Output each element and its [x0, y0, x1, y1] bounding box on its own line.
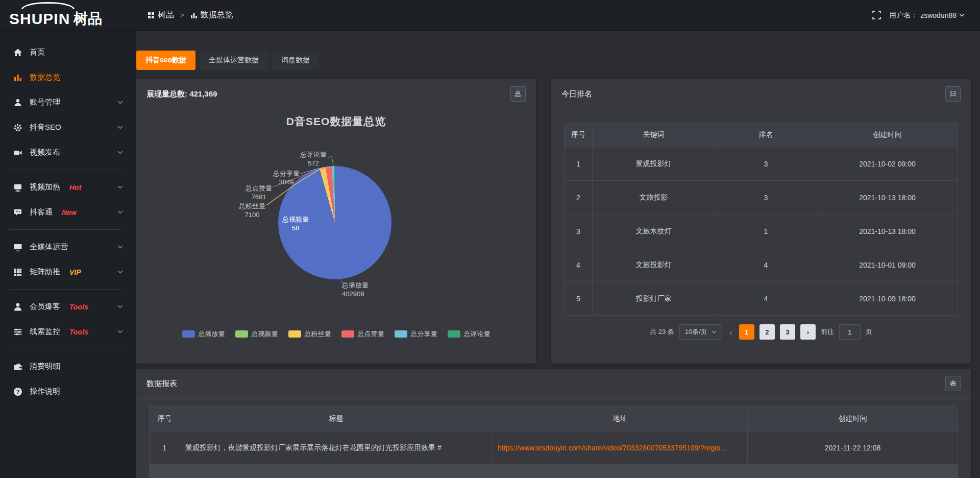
- chevron-down-icon: [117, 185, 123, 189]
- next-page-button[interactable]: ›: [800, 324, 816, 340]
- legend-item-comments[interactable]: 总评论量: [448, 329, 491, 339]
- chevron-down-icon: [712, 330, 717, 333]
- report-panel: 数据报表 表 序号 标题 地址 创建时间 1 景观投影灯，夜游景观投影灯厂家展示…: [136, 369, 971, 478]
- sidebar-item-omni-media[interactable]: 全媒体运营: [0, 234, 136, 259]
- page-button-2[interactable]: 2: [760, 324, 775, 340]
- bar-chart-icon: [13, 73, 23, 82]
- goto-page-input[interactable]: [839, 324, 861, 340]
- report-title: 数据报表: [146, 379, 177, 389]
- table-row: 1 景观投影灯，夜游景观投影灯厂家展示展示落花灯在花园里的灯光投影应用效果 # …: [150, 432, 958, 464]
- tools-badge: Tools: [69, 328, 88, 336]
- breadcrumb-item-home[interactable]: 树品: [148, 10, 174, 20]
- chevron-down-icon: [117, 270, 123, 274]
- sidebar-item-label: 矩阵助推: [30, 267, 60, 277]
- fullscreen-icon[interactable]: [872, 11, 881, 19]
- chevron-down-icon: [117, 210, 123, 214]
- sidebar-divider: [9, 289, 121, 290]
- legend-item-fans[interactable]: 总粉丝量: [288, 329, 331, 339]
- page-button-1[interactable]: 1: [739, 324, 754, 340]
- svg-text:?: ?: [16, 389, 20, 395]
- chevron-down-icon: [117, 305, 123, 308]
- header-right: 用户名： zswodun88: [872, 11, 965, 20]
- sidebar-item-account[interactable]: 账号管理: [0, 90, 136, 115]
- chart-panel: 展现量总数: 421,369 总 D音SEO数据量总览 总评论量 572: [136, 79, 536, 364]
- breadcrumb-item-overview[interactable]: 数据总览: [190, 10, 233, 20]
- total-count: 共 23 条: [650, 327, 674, 337]
- ranking-table: 序号 关键词 排名 创建时间 1 景观投影灯 3 2021-10-02 09:0…: [564, 123, 958, 316]
- impressions-total: 展现量总数: 421,369: [146, 89, 217, 99]
- video-camera-icon: [13, 148, 23, 157]
- sidebar-item-label: 全媒体运营: [30, 242, 68, 252]
- tools-badge: Tools: [69, 303, 88, 311]
- page-size-select[interactable]: 10条/页: [679, 324, 722, 340]
- sidebar-item-lead-monitor[interactable]: 线索监控 Tools: [0, 319, 136, 344]
- page-button-3[interactable]: 3: [780, 324, 795, 340]
- logo: SHUPIN 树品: [0, 0, 136, 30]
- top-header: SHUPIN 树品 树品 >: [0, 0, 980, 31]
- table-row: 4 文旅投影灯 4 2021-10-01 09:00: [565, 248, 958, 281]
- vip-badge: VIP: [69, 268, 81, 276]
- report-panel-header: 数据报表 表: [136, 369, 971, 399]
- sidebar-item-label: 抖音SEO: [30, 123, 61, 132]
- legend-item-plays[interactable]: 总播放量: [182, 329, 225, 339]
- legend-swatch: [288, 330, 301, 338]
- total-toggle-button[interactable]: 总: [510, 86, 526, 102]
- grid-icon: [13, 268, 23, 277]
- table-toggle-button[interactable]: 表: [945, 376, 961, 391]
- breadcrumb-label: 树品: [158, 10, 174, 20]
- sidebar-item-douyin-seo[interactable]: 抖音SEO: [0, 115, 136, 140]
- appstore-icon: [148, 12, 155, 19]
- legend-swatch: [395, 330, 407, 338]
- sidebar-item-instructions[interactable]: ? 操作说明: [0, 379, 136, 404]
- pie-chart-area: D音SEO数据量总览 总评论量 572 总分享量 3049: [136, 109, 536, 363]
- chevron-down-icon: [959, 13, 965, 17]
- sidebar-item-label: 线索监控: [30, 327, 60, 337]
- sidebar-item-member-burst[interactable]: 会员爆客 Tools: [0, 294, 136, 319]
- sidebar-item-label: 抖客通: [30, 207, 53, 217]
- ranking-table-header: 序号 关键词 排名 创建时间: [565, 123, 958, 147]
- legend-item-shares[interactable]: 总分享量: [395, 329, 437, 339]
- gear-icon: [13, 123, 23, 132]
- main-content: 抖音seo数据 全媒体运营数据 询盘数据 展现量总数: 421,369 总 D音…: [136, 31, 980, 478]
- sidebar-item-video-heat[interactable]: 视频加热 Hot: [0, 175, 136, 200]
- chart-legend: 总播放量 总视频量 总粉丝量 总点赞量: [136, 329, 536, 339]
- tab-omni-media-data[interactable]: 全媒体运营数据: [200, 51, 268, 70]
- sidebar-divider: [9, 170, 121, 170]
- breadcrumb: 树品 > 数据总览: [148, 10, 233, 20]
- bar-chart-icon: [190, 12, 198, 19]
- sidebar-item-label: 操作说明: [30, 387, 60, 396]
- legend-swatch: [182, 330, 195, 338]
- report-table-header: 序号 标题 地址 创建时间: [150, 406, 958, 432]
- sidebar-item-consumption[interactable]: 消费明细: [0, 354, 136, 379]
- user-menu[interactable]: 用户名： zswodun88: [889, 11, 965, 20]
- ranking-title: 今日排名: [561, 89, 592, 99]
- legend-swatch: [448, 330, 460, 338]
- app-root: SHUPIN 树品 树品 >: [0, 0, 980, 478]
- table-row-partial: [150, 464, 958, 478]
- ranking-panel: 今日排名 日 序号 关键词 排名 创建时间 1 景观投影灯 3 2021-10-…: [551, 79, 971, 364]
- pie-label-comments: 总评论量 572: [300, 150, 327, 168]
- prev-page-button[interactable]: ‹: [727, 328, 734, 337]
- table-row: 5 投影灯厂家 4 2021-10-09 18:00: [565, 281, 958, 315]
- table-row: 2 文旅投影 3 2021-10-13 18:00: [565, 180, 958, 214]
- video-link[interactable]: https://www.iesdouyin.com/share/video/70…: [493, 432, 748, 464]
- daily-toggle-button[interactable]: 日: [945, 86, 961, 102]
- legend-item-likes[interactable]: 总点赞量: [341, 329, 384, 339]
- username-value: zswodun88: [920, 11, 957, 19]
- legend-item-videos[interactable]: 总视频量: [235, 329, 278, 339]
- video-title: 景观投影灯，夜游景观投影灯厂家展示展示落花灯在花园里的灯光投影应用效果 #: [180, 432, 493, 464]
- data-source-tabs: 抖音seo数据 全媒体运营数据 询盘数据: [136, 51, 319, 70]
- sidebar-item-video-publish[interactable]: 视频发布: [0, 140, 136, 165]
- sidebar-item-matrix-boost[interactable]: 矩阵助推 VIP: [0, 259, 136, 284]
- ranking-panel-header: 今日排名 日: [551, 79, 971, 109]
- pie-label-plays: 总播放量 402909: [342, 281, 369, 298]
- sidebar-item-data-overview[interactable]: 数据总览: [0, 65, 136, 90]
- sidebar-divider: [9, 349, 121, 349]
- sidebar-item-home[interactable]: 首页: [0, 40, 136, 65]
- sidebar-item-label: 首页: [30, 47, 45, 57]
- tab-inquiry-data[interactable]: 询盘数据: [272, 51, 319, 70]
- chevron-down-icon: [117, 101, 123, 104]
- sidebar-item-doukotong[interactable]: 抖客通 New: [0, 200, 136, 225]
- table-row: 1 景观投影灯 3 2021-10-02 09:00: [565, 147, 958, 180]
- tab-douyin-seo-data[interactable]: 抖音seo数据: [136, 51, 195, 70]
